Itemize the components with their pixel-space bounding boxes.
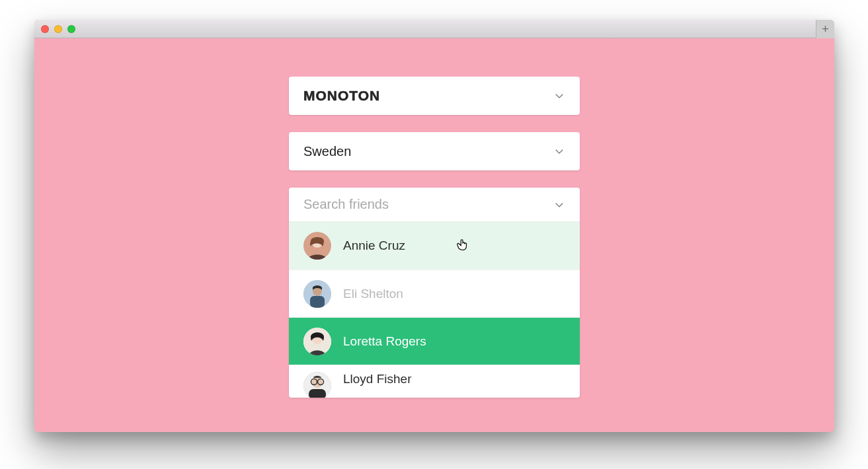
- friends-options-list: Annie Cruz Eli Shelton Loretta Rogers: [289, 222, 580, 398]
- friends-option[interactable]: Lloyd Fisher: [289, 365, 580, 398]
- chevron-down-icon: [553, 199, 565, 211]
- font-select[interactable]: Monoton: [289, 77, 580, 115]
- window-zoom-button[interactable]: [67, 25, 75, 33]
- avatar: [303, 232, 331, 260]
- friends-option: Eli Shelton: [289, 270, 580, 317]
- avatar: [303, 280, 331, 308]
- font-select-value: Monoton: [303, 88, 380, 104]
- country-select-value: Sweden: [303, 144, 351, 159]
- avatar: [303, 372, 331, 398]
- chevron-down-icon: [553, 90, 565, 102]
- friends-option-label: Loretta Rogers: [343, 334, 426, 349]
- plus-icon: +: [822, 22, 829, 36]
- svg-rect-9: [309, 389, 326, 398]
- new-tab-button[interactable]: +: [816, 20, 834, 38]
- svg-rect-4: [310, 296, 325, 308]
- page-content: Monoton Sweden Search friends: [34, 38, 834, 432]
- window-minimize-button[interactable]: [54, 25, 62, 33]
- friends-select-head[interactable]: Search friends: [289, 188, 580, 222]
- window-titlebar: +: [34, 20, 834, 38]
- avatar: [303, 328, 331, 355]
- app-window: + Monoton Sweden Search frie: [34, 20, 834, 432]
- friends-option-label: Lloyd Fisher: [343, 372, 412, 386]
- friends-option-label: Annie Cruz: [343, 238, 405, 253]
- friends-option[interactable]: Loretta Rogers: [289, 317, 580, 365]
- country-select[interactable]: Sweden: [289, 132, 580, 170]
- window-controls: [41, 25, 75, 33]
- friends-select-placeholder: Search friends: [303, 197, 389, 212]
- window-close-button[interactable]: [41, 25, 49, 33]
- chevron-down-icon: [553, 145, 565, 157]
- pointer-cursor-icon: [455, 238, 470, 252]
- friends-select: Search friends Annie Cruz: [289, 188, 580, 398]
- friends-option[interactable]: Annie Cruz: [289, 222, 580, 270]
- friends-option-label: Eli Shelton: [343, 287, 403, 301]
